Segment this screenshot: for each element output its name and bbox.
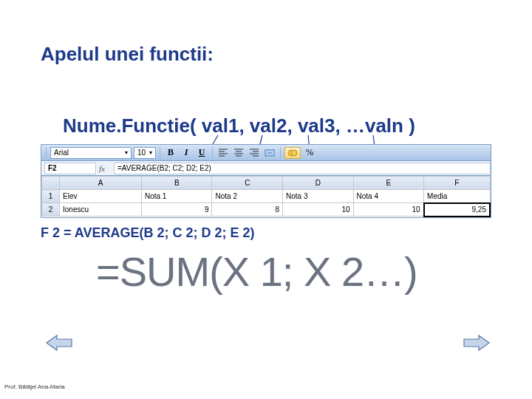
big-formula-text: =SUM(X 1; X 2…) bbox=[96, 248, 417, 296]
merge-icon bbox=[265, 148, 275, 158]
font-name-selector[interactable]: Arial ▾ bbox=[50, 147, 132, 159]
function-syntax: Nume.Functie( val1, val2, val3, …valn ) bbox=[63, 115, 415, 137]
cell[interactable]: 10 bbox=[283, 203, 354, 216]
next-slide-button[interactable] bbox=[462, 332, 491, 353]
column-header[interactable]: E bbox=[353, 177, 424, 190]
column-header[interactable]: B bbox=[141, 177, 212, 190]
prev-slide-button[interactable] bbox=[44, 332, 74, 353]
cell[interactable]: Ionescu bbox=[60, 203, 142, 216]
cell[interactable]: Elev bbox=[60, 190, 142, 203]
cell[interactable]: 9 bbox=[141, 203, 212, 216]
slide-title: Apelul unei functii: bbox=[41, 43, 214, 66]
align-center-button[interactable] bbox=[232, 146, 245, 160]
formula-input[interactable]: =AVERAGE(B2; C2; D2; E2) bbox=[114, 163, 491, 174]
cell[interactable]: Nota 4 bbox=[353, 190, 424, 203]
row-header[interactable]: 2 bbox=[42, 203, 60, 216]
cell-reference-box[interactable]: F2 bbox=[44, 163, 96, 174]
merge-button[interactable] bbox=[263, 146, 276, 160]
cell[interactable]: Nota 1 bbox=[141, 190, 212, 203]
table-row: 1 Elev Nota 1 Nota 2 Nota 3 Nota 4 Media bbox=[42, 190, 491, 203]
arrow-left-icon bbox=[45, 333, 73, 352]
cell[interactable]: 8 bbox=[212, 203, 283, 216]
formatting-toolbar: Arial ▾ 10 ▾ B I U % bbox=[41, 145, 491, 161]
example-formula-text: F 2 = AVERAGE(B 2; C 2; D 2; E 2) bbox=[41, 225, 255, 241]
selected-cell[interactable]: 9,25 bbox=[424, 203, 490, 216]
bold-button[interactable]: B bbox=[164, 146, 177, 160]
align-center-icon bbox=[233, 148, 244, 158]
align-right-icon bbox=[249, 148, 259, 158]
column-header[interactable]: F bbox=[424, 177, 490, 190]
cell[interactable]: Nota 2 bbox=[212, 190, 283, 203]
align-left-button[interactable] bbox=[216, 146, 230, 160]
percent-button[interactable]: % bbox=[303, 146, 316, 160]
spreadsheet-screenshot: Arial ▾ 10 ▾ B I U % F2 fx =AVER bbox=[41, 144, 491, 218]
underline-button[interactable]: U bbox=[195, 146, 208, 160]
italic-button[interactable]: I bbox=[180, 146, 193, 160]
cell[interactable]: Media bbox=[424, 190, 490, 203]
currency-icon bbox=[287, 149, 298, 157]
svg-point-6 bbox=[291, 150, 297, 156]
formula-bar: F2 fx =AVERAGE(B2; C2; D2; E2) bbox=[41, 161, 491, 176]
select-all-corner[interactable] bbox=[42, 177, 60, 190]
column-header[interactable]: D bbox=[283, 177, 354, 190]
svg-marker-8 bbox=[464, 335, 489, 350]
fx-icon[interactable]: fx bbox=[99, 164, 114, 173]
spreadsheet-grid[interactable]: A B C D E F 1 Elev Nota 1 Nota 2 Nota 3 … bbox=[41, 176, 491, 217]
cell[interactable]: 10 bbox=[353, 203, 424, 216]
cell[interactable]: Nota 3 bbox=[283, 190, 354, 203]
footer-author: Prof. Bălăjel Ana-Maria bbox=[4, 383, 65, 390]
align-right-button[interactable] bbox=[248, 146, 261, 160]
align-left-icon bbox=[218, 148, 228, 158]
currency-button[interactable] bbox=[284, 147, 301, 159]
font-size-selector[interactable]: 10 ▾ bbox=[134, 147, 156, 159]
column-header[interactable]: C bbox=[212, 177, 283, 190]
svg-marker-7 bbox=[47, 335, 72, 350]
table-row: 2 Ionescu 9 8 10 10 9,25 bbox=[42, 203, 491, 216]
arrow-right-icon bbox=[463, 333, 491, 352]
column-header[interactable]: A bbox=[60, 177, 142, 190]
row-header[interactable]: 1 bbox=[42, 190, 60, 203]
